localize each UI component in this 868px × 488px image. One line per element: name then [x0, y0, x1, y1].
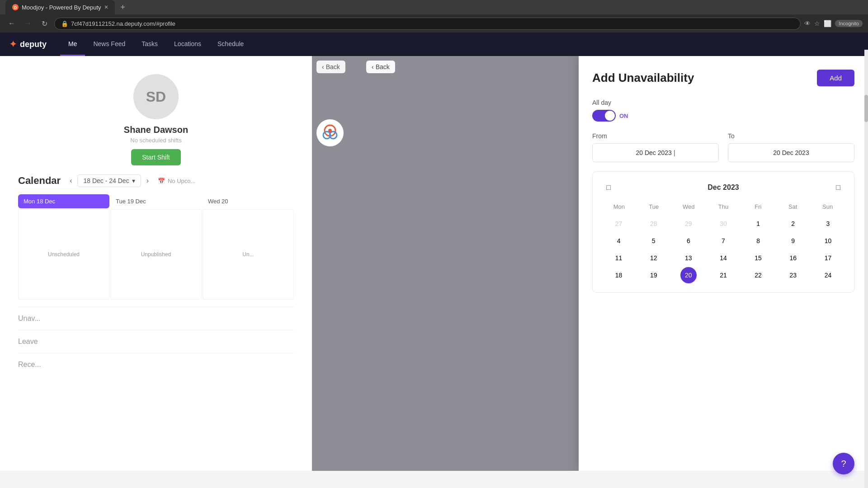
cal-day-6[interactable]: 6: [680, 233, 697, 249]
add-unavailability-button[interactable]: Add: [817, 70, 854, 86]
from-date-value: 20 Dec 2023: [636, 149, 671, 156]
cal-day-30[interactable]: 30: [715, 216, 731, 232]
weekday-thu: Thu: [706, 202, 741, 212]
cal-day-23[interactable]: 23: [785, 267, 801, 283]
cal-day-15[interactable]: 15: [750, 250, 766, 266]
day-col-mon: Unscheduled: [18, 209, 109, 300]
cal-day-18[interactable]: 18: [611, 267, 627, 283]
cal-day-8[interactable]: 8: [750, 233, 766, 249]
from-field: From 20 Dec 2023 |: [592, 132, 719, 162]
scroll-thumb[interactable]: [864, 95, 868, 122]
company-area: [316, 83, 344, 146]
browser-toolbar: ← → ↻ 🔒 7cf47d19112152.na.deputy.com/#pr…: [0, 14, 868, 33]
bookmark-icon[interactable]: ☆: [814, 20, 820, 27]
deputy-logo-text: deputy: [20, 40, 47, 49]
weekday-sat: Sat: [775, 202, 810, 212]
cal-day-10[interactable]: 10: [820, 233, 836, 249]
forward-nav-button[interactable]: →: [22, 17, 34, 30]
date-picker-calendar: □ Dec 2023 □ Mon Tue Wed Thu Fri Sat Sun: [592, 171, 854, 293]
cal-day-29[interactable]: 29: [680, 216, 697, 232]
all-day-toggle[interactable]: ON: [592, 110, 854, 122]
cal-day-3[interactable]: 3: [820, 216, 836, 232]
day-header-tue[interactable]: Tue 19 Dec: [110, 194, 202, 208]
right-overlay: ‹ Back ‹ Back: [312, 56, 868, 471]
cal-day-22[interactable]: 22: [750, 267, 766, 283]
calendar-area: Calendar ‹ 18 Dec - 24 Dec ▾ › 📅 No Upco…: [9, 174, 303, 369]
svg-point-5: [328, 129, 332, 132]
nav-item-locations[interactable]: Locations: [166, 33, 209, 56]
tab-close-icon[interactable]: ✕: [104, 4, 108, 10]
cal-day-5[interactable]: 5: [646, 233, 662, 249]
cal-day-14[interactable]: 14: [715, 250, 731, 266]
address-bar[interactable]: 🔒 7cf47d19112152.na.deputy.com/#profile: [54, 18, 801, 30]
cal-day-4[interactable]: 4: [611, 233, 627, 249]
toggle-knob: [605, 111, 615, 121]
back-nav-button[interactable]: ←: [5, 17, 18, 30]
cursor-indicator: |: [674, 149, 675, 156]
cal-day-2[interactable]: 2: [785, 216, 801, 232]
next-week-button[interactable]: ›: [144, 176, 151, 186]
cal-day-1[interactable]: 1: [750, 216, 766, 232]
to-field: To 20 Dec 2023: [728, 132, 854, 162]
cal-day-21[interactable]: 21: [715, 267, 731, 283]
help-icon: ?: [841, 459, 846, 469]
nav-item-me[interactable]: Me: [60, 33, 85, 56]
incognito-badge: Incognito: [835, 20, 863, 27]
cal-day-19[interactable]: 19: [646, 267, 662, 283]
cal-day-17[interactable]: 17: [820, 250, 836, 266]
cal-prev-button[interactable]: □: [602, 181, 615, 194]
date-range-selector[interactable]: 18 Dec - 24 Dec ▾: [77, 174, 141, 187]
new-tab-button[interactable]: +: [117, 1, 129, 14]
section-divider-3: [18, 353, 294, 353]
cal-next-button[interactable]: □: [831, 181, 845, 194]
tab-title: Moodjoy - Powered By Deputy: [22, 4, 101, 11]
cal-day-16[interactable]: 16: [785, 250, 801, 266]
no-upcoming: 📅 No Upco...: [158, 178, 195, 184]
start-shift-button[interactable]: Start Shift: [131, 149, 180, 165]
cal-day-27[interactable]: 27: [611, 216, 627, 232]
tab-bar: D Moodjoy - Powered By Deputy ✕ +: [0, 0, 868, 14]
day-col-wed: Un...: [203, 209, 294, 300]
nav-item-newsfeed[interactable]: News Feed: [85, 33, 133, 56]
cal-day-7[interactable]: 7: [715, 233, 731, 249]
cal-day-11[interactable]: 11: [611, 250, 627, 266]
cal-day-13[interactable]: 13: [680, 250, 697, 266]
cal-day-12[interactable]: 12: [646, 250, 662, 266]
app-nav: ✦ deputy Me News Feed Tasks Locations Sc…: [0, 33, 868, 56]
unavailability-section-title: Unav...: [18, 314, 294, 323]
day-header-mon[interactable]: Mon 18 Dec: [18, 194, 109, 208]
scroll-track[interactable]: [864, 56, 868, 471]
day-columns: Unscheduled Unpublished Un...: [18, 209, 294, 300]
day-header-wed[interactable]: Wed 20: [203, 194, 294, 208]
back-button-2[interactable]: ‹ Back: [366, 61, 395, 73]
active-tab[interactable]: D Moodjoy - Powered By Deputy ✕: [5, 0, 115, 14]
cal-day-20[interactable]: 20: [680, 267, 697, 283]
back-label-1: Back: [326, 63, 340, 70]
profile-status: No scheduled shifts: [130, 137, 181, 144]
svg-text:D: D: [14, 5, 17, 10]
weekday-sun: Sun: [810, 202, 845, 212]
add-unavailability-panel: Add Unavailability Add All day ON: [579, 56, 868, 471]
nav-item-tasks[interactable]: Tasks: [133, 33, 166, 56]
cal-day-24[interactable]: 24: [820, 267, 836, 283]
reload-button[interactable]: ↻: [38, 17, 51, 30]
weekday-wed: Wed: [671, 202, 706, 212]
chevron-left-icon-2: ‹: [372, 63, 374, 70]
to-date-input[interactable]: 20 Dec 2023: [728, 143, 854, 162]
nav-item-schedule[interactable]: Schedule: [209, 33, 252, 56]
to-date-value: 20 Dec 2023: [773, 149, 809, 156]
prev-week-button[interactable]: ‹: [67, 176, 75, 186]
back-button-1[interactable]: ‹ Back: [316, 61, 345, 73]
from-to-section: From 20 Dec 2023 | To 20 Dec 2023: [592, 132, 854, 162]
cal-day-9[interactable]: 9: [785, 233, 801, 249]
browser-chrome: D Moodjoy - Powered By Deputy ✕ + ← → ↻ …: [0, 0, 868, 33]
help-button[interactable]: ?: [833, 453, 854, 474]
eye-off-icon: 👁: [804, 20, 811, 27]
toggle-switch[interactable]: [592, 110, 616, 122]
cal-day-28[interactable]: 28: [646, 216, 662, 232]
from-date-input[interactable]: 20 Dec 2023 |: [592, 143, 719, 162]
lock-icon: 🔒: [61, 20, 68, 27]
url-text: 7cf47d19112152.na.deputy.com/#profile: [71, 20, 175, 27]
left-panel: SD Shane Dawson No scheduled shifts Star…: [0, 56, 312, 471]
day-col-tue: Unpublished: [110, 209, 202, 300]
